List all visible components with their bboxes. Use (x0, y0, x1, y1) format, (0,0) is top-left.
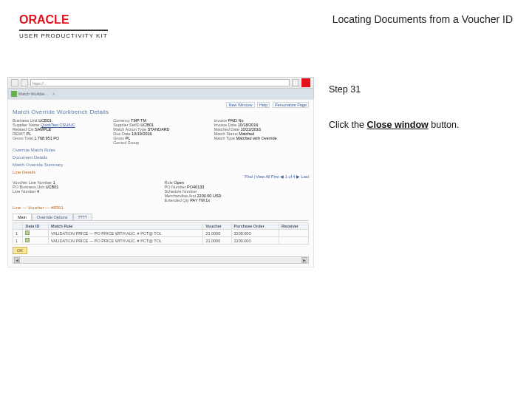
embedded-screenshot: https://... Match Workbe... × New Window… (7, 77, 314, 306)
tab-extra[interactable]: ???? (73, 214, 92, 220)
tab-favicon-icon (11, 91, 17, 97)
col-voucher: Voucher (203, 223, 231, 230)
field-gross-total: Gross Total 1,768.951 PO (13, 136, 107, 140)
table-header-row: Data ID Match Rule Voucher Purchase Orde… (13, 223, 309, 230)
line-voucher-label: Line — Voucher — #8561 (13, 205, 309, 210)
forward-button[interactable] (21, 79, 28, 86)
browser-tab-strip: Match Workbe... × (7, 89, 314, 99)
field-line-number: Line Number 4 (13, 189, 157, 194)
close-window-button[interactable] (301, 78, 310, 87)
app-content: New Window Help Personalize Page Match O… (7, 99, 314, 267)
instruction-target: Close window (366, 120, 428, 130)
step-label: Step 31 (329, 84, 514, 95)
tab-override-options[interactable]: Override Options (32, 214, 73, 220)
brand-logo: ORACLE USER PRODUCTIVITY KIT (19, 13, 108, 39)
link-override-match-rules[interactable]: Override Match Rules (13, 148, 309, 152)
col-match-rule: Match Rule (49, 223, 203, 230)
col-po: Purchase Order (231, 223, 279, 230)
col-receiver: Receiver (279, 223, 308, 230)
personalize-link[interactable]: Personalize Page (273, 102, 309, 108)
line-details-section: Line Details Find | View All First ◀ 1 o… (13, 170, 309, 254)
instruction-panel: Step 31 Click the Close window button. (329, 84, 514, 155)
address-bar[interactable]: https://... (30, 79, 290, 86)
tab-close-icon[interactable]: × (52, 92, 55, 96)
col-blank (13, 223, 23, 230)
brand-name: ORACLE (19, 13, 108, 27)
link-match-override-summary[interactable]: Match Override Summary (13, 163, 309, 167)
instruction-prefix: Click the (329, 120, 366, 130)
ok-button[interactable]: OK (13, 247, 27, 254)
table-row: 1 VALIDATION PRICE — PO PRICE WITH AUC. … (13, 237, 309, 245)
horizontal-scrollbar[interactable]: ◀ ▶ (13, 256, 309, 264)
browser-chrome: https://... (7, 77, 314, 89)
field-match-type: Match Type Matched with Override (214, 136, 309, 140)
tab-main[interactable]: Main (13, 214, 32, 220)
page-utility-links: New Window Help Personalize Page (13, 103, 309, 107)
field-control-group: Control Group (113, 140, 208, 145)
instruction-suffix: button. (429, 120, 460, 130)
new-window-link[interactable]: New Window (226, 102, 254, 108)
page-title: Locating Documents from a Voucher ID (332, 13, 513, 25)
brand-product: USER PRODUCTIVITY KIT (19, 33, 108, 39)
grid-tabs: Main Override Options ???? (13, 214, 309, 221)
reload-button[interactable] (292, 79, 299, 86)
col-data-id: Data ID (23, 223, 49, 230)
back-button[interactable] (11, 79, 18, 86)
browser-tab-label: Match Workbe... (18, 92, 48, 96)
details-icon[interactable] (25, 231, 30, 235)
brand-divider (19, 30, 108, 31)
scroll-right-icon[interactable]: ▶ (301, 257, 307, 263)
voucher-header-fields: Business Unit UCB01 Supplier Name QuickT… (13, 118, 309, 145)
table-row: 1 VALIDATION PRICE — PO PRICE WITH AUC. … (13, 230, 309, 237)
field-extended-qty: Extended Qty PAY TM 1x (165, 198, 310, 202)
panel-title: Match Override Workbench Details (13, 109, 309, 115)
details-icon[interactable] (25, 238, 30, 242)
help-link[interactable]: Help (257, 102, 270, 108)
match-rules-table: Data ID Match Rule Voucher Purchase Orde… (13, 222, 309, 245)
scroll-left-icon[interactable]: ◀ (14, 257, 20, 263)
line-details-nav[interactable]: Find | View All First ◀ 1 of 4 ▶ Last (13, 174, 309, 179)
link-document-details[interactable]: Document Details (13, 155, 309, 160)
instruction-text: Click the Close window button. (329, 120, 514, 130)
